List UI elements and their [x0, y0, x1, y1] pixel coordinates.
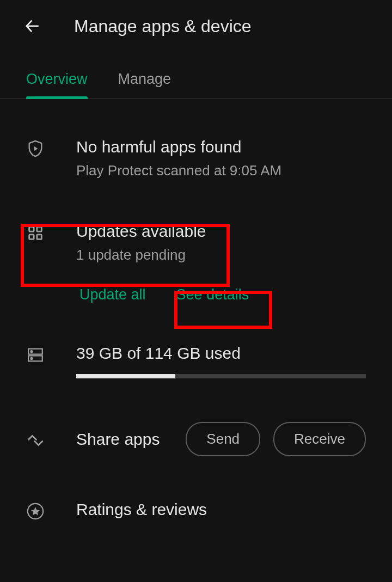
share-apps-row: Share apps Send Receive	[26, 378, 366, 456]
svg-rect-5	[37, 235, 42, 240]
star-circle-icon	[26, 500, 76, 520]
storage-progress-fill	[76, 374, 175, 378]
svg-rect-2	[29, 227, 34, 232]
storage-icon	[26, 344, 76, 364]
svg-point-8	[31, 351, 33, 353]
tabs: Overview Manage	[0, 62, 392, 99]
storage-title: 39 GB of 114 GB used	[76, 344, 366, 363]
play-protect-row[interactable]: No harmful apps found Play Protect scann…	[26, 99, 366, 179]
svg-point-9	[31, 358, 33, 359]
share-apps-title: Share apps	[76, 430, 160, 449]
play-protect-subtitle: Play Protect scanned at 9:05 AM	[76, 162, 366, 179]
shield-play-icon	[26, 137, 76, 158]
page-title: Manage apps & device	[74, 16, 252, 36]
apps-grid-icon	[26, 222, 76, 242]
arrow-left-icon	[24, 17, 41, 35]
svg-marker-1	[34, 146, 38, 151]
storage-progress-bar	[76, 374, 366, 378]
updates-subtitle: 1 update pending	[76, 247, 366, 264]
update-all-button[interactable]: Update all	[76, 284, 149, 305]
tab-manage[interactable]: Manage	[118, 62, 171, 99]
share-nearby-icon	[26, 429, 76, 450]
svg-rect-4	[29, 235, 34, 240]
app-header: Manage apps & device	[0, 0, 392, 52]
ratings-title: Ratings & reviews	[76, 500, 366, 519]
updates-actions: Update all See details	[76, 284, 366, 305]
receive-button[interactable]: Receive	[273, 422, 366, 456]
storage-row[interactable]: 39 GB of 114 GB used	[26, 316, 366, 378]
ratings-reviews-row[interactable]: Ratings & reviews	[26, 456, 366, 520]
tab-overview[interactable]: Overview	[26, 62, 88, 99]
updates-row[interactable]: Updates available 1 update pending	[26, 179, 366, 264]
svg-rect-3	[37, 227, 42, 232]
send-button[interactable]: Send	[186, 422, 260, 456]
updates-title: Updates available	[76, 222, 366, 241]
back-button[interactable]	[22, 15, 44, 37]
see-details-button[interactable]: See details	[173, 284, 253, 305]
play-protect-title: No harmful apps found	[76, 137, 366, 157]
